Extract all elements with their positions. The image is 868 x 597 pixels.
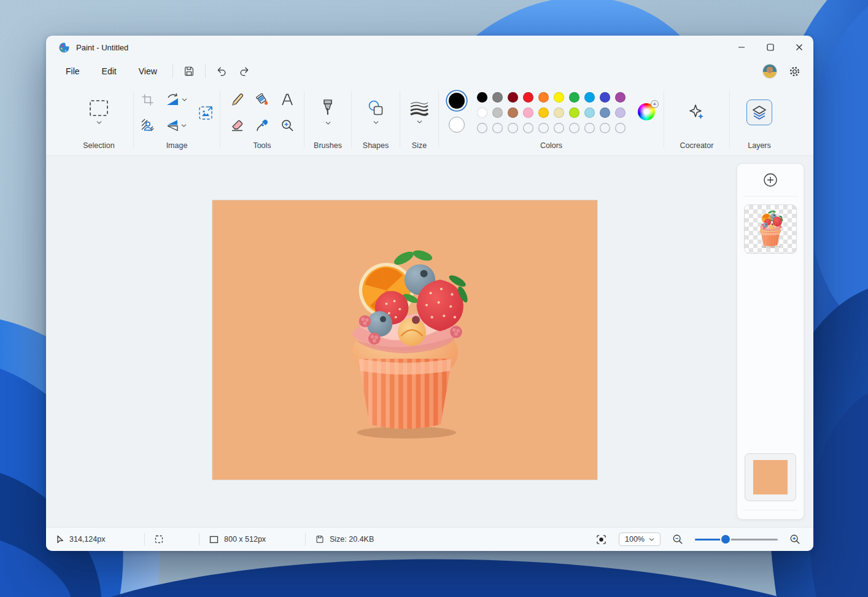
color-swatch[interactable]	[492, 107, 503, 118]
color-swatch[interactable]	[508, 107, 518, 118]
edit-colors-button[interactable]: +	[638, 103, 656, 122]
custom-color-slot[interactable]	[569, 123, 579, 133]
custom-color-slot[interactable]	[615, 123, 626, 133]
remove-background-button[interactable]	[135, 114, 160, 137]
color-swatch[interactable]	[538, 107, 549, 118]
color-swatch[interactable]	[569, 92, 579, 103]
cocreator-sparkle-icon	[688, 103, 706, 122]
layers-button[interactable]	[746, 99, 772, 125]
color-swatch[interactable]	[554, 92, 564, 103]
custom-color-slot[interactable]	[538, 123, 549, 133]
chevron-down-icon[interactable]	[417, 119, 422, 125]
selection-tool-button[interactable]	[83, 88, 115, 136]
stroke-size-icon	[409, 100, 429, 116]
redo-button[interactable]	[233, 61, 257, 81]
zoom-slider-thumb[interactable]	[721, 535, 730, 544]
color-swatch[interactable]	[492, 92, 503, 103]
close-button[interactable]	[785, 36, 813, 59]
custom-color-slot[interactable]	[523, 123, 533, 133]
color-swatch[interactable]	[600, 92, 610, 103]
zoom-out-button[interactable]	[669, 529, 686, 549]
color-swatch[interactable]	[554, 107, 564, 118]
menu-edit[interactable]: Edit	[91, 62, 128, 80]
maximize-button[interactable]	[756, 36, 785, 59]
chevron-down-icon[interactable]	[373, 120, 379, 125]
eraser-tool-button[interactable]	[225, 114, 249, 137]
menu-view[interactable]: View	[128, 62, 168, 80]
chevron-down-icon[interactable]	[325, 120, 331, 126]
custom-color-slot[interactable]	[554, 123, 564, 133]
undo-button[interactable]	[210, 61, 233, 81]
background-layer-thumbnail[interactable]	[745, 453, 796, 501]
text-icon	[281, 93, 294, 106]
save-button[interactable]	[177, 61, 201, 81]
user-avatar[interactable]	[763, 64, 777, 78]
pencil-tool-button[interactable]	[225, 88, 249, 111]
zoom-slider[interactable]	[695, 535, 778, 544]
fit-to-screen-button[interactable]	[592, 529, 610, 549]
fill-tool-button[interactable]	[250, 88, 274, 111]
rotate-button[interactable]	[160, 88, 193, 111]
custom-color-slot[interactable]	[492, 123, 503, 133]
flip-button[interactable]	[160, 114, 193, 137]
foreground-color-well[interactable]	[449, 93, 465, 109]
zoom-in-icon	[789, 534, 800, 545]
canvas-image-cupcake	[325, 226, 486, 461]
shapes-group-label: Shapes	[363, 141, 389, 150]
color-swatch[interactable]	[600, 107, 610, 118]
background-color-well[interactable]	[449, 117, 465, 133]
save-icon	[184, 66, 195, 77]
color-picker-tool-button[interactable]	[250, 114, 274, 137]
minimize-button[interactable]	[727, 36, 756, 59]
layers-group: Layers	[730, 84, 789, 155]
cocreator-button[interactable]	[683, 98, 711, 127]
file-size-indicator: Size: 20.4KB	[316, 535, 374, 544]
color-swatch[interactable]	[615, 107, 626, 118]
chevron-down-icon[interactable]	[181, 123, 187, 128]
selection-group: Selection	[64, 84, 133, 155]
menu-file[interactable]: File	[55, 62, 91, 80]
color-swatch[interactable]	[523, 92, 533, 103]
custom-color-slot[interactable]	[508, 123, 518, 133]
chevron-down-icon[interactable]	[182, 97, 187, 103]
color-swatch[interactable]	[508, 92, 518, 103]
paint-app-icon	[58, 42, 70, 53]
custom-color-slot[interactable]	[584, 123, 595, 133]
shapes-icon	[367, 99, 384, 117]
brushes-button[interactable]	[321, 99, 335, 126]
pencil-icon	[230, 93, 244, 106]
eyedropper-icon	[255, 119, 269, 132]
drawing-canvas[interactable]	[212, 200, 597, 480]
layer-1-thumbnail[interactable]	[744, 205, 797, 254]
size-button[interactable]	[409, 100, 429, 125]
color-swatch[interactable]	[584, 107, 595, 118]
canvas-size-icon	[209, 536, 219, 544]
file-size-icon	[316, 535, 324, 544]
layers-group-label: Layers	[748, 141, 771, 150]
text-tool-button[interactable]	[275, 88, 300, 111]
color-swatch[interactable]	[569, 107, 579, 118]
cursor-position-value: 314,124px	[69, 535, 105, 544]
window-title: Paint - Untitled	[76, 43, 128, 52]
crop-button[interactable]	[135, 88, 160, 111]
add-layer-button[interactable]	[737, 164, 804, 196]
eraser-icon	[230, 119, 244, 132]
settings-button[interactable]	[785, 61, 804, 81]
chevron-down-icon[interactable]	[96, 120, 102, 125]
color-swatch[interactable]	[538, 92, 549, 103]
color-swatch[interactable]	[615, 92, 626, 103]
resize-image-button[interactable]	[194, 101, 219, 124]
selection-rectangle-icon	[89, 99, 109, 117]
color-swatch[interactable]	[584, 92, 595, 103]
magnifier-tool-button[interactable]	[275, 114, 300, 137]
color-swatch[interactable]	[477, 92, 487, 103]
colors-group-label: Colors	[540, 141, 562, 150]
shapes-button[interactable]	[367, 99, 384, 125]
custom-color-slot[interactable]	[600, 123, 610, 133]
custom-color-slot[interactable]	[477, 123, 487, 133]
image-group: Image	[134, 84, 220, 155]
color-swatch[interactable]	[523, 107, 533, 118]
zoom-in-button[interactable]	[786, 529, 804, 549]
zoom-level-dropdown[interactable]: 100%	[619, 533, 661, 546]
color-swatch[interactable]	[477, 107, 487, 118]
